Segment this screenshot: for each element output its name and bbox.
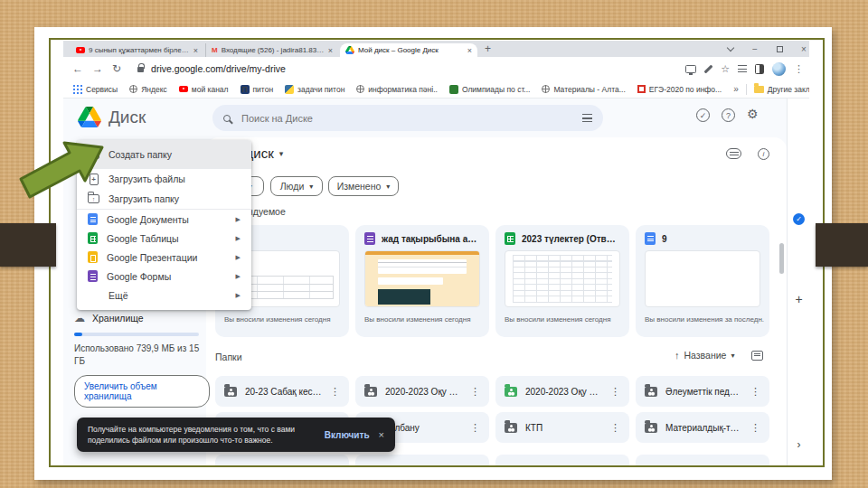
bookmarks-overflow-area: » Другие закладки xyxy=(733,84,809,95)
google-side-panel: ✓ + › xyxy=(787,99,809,465)
tab-youtube[interactable]: 9 сынып құжаттармен бірлесіп × xyxy=(71,43,203,57)
menu-item-google-docs[interactable]: Google Документы ▶ xyxy=(77,210,251,229)
layout-toggle-icon[interactable] xyxy=(726,148,741,159)
menu-item-google-sheets[interactable]: Google Таблицы ▶ xyxy=(77,229,251,248)
buy-storage-button[interactable]: Увеличить объем хранилища xyxy=(74,375,210,408)
list-layout-icon[interactable] xyxy=(751,351,763,361)
bookmark-yandex[interactable]: Яндекс xyxy=(129,85,167,94)
folder-chip[interactable] xyxy=(215,455,349,465)
submenu-arrow-icon: ▶ xyxy=(236,216,241,223)
search-filters-icon[interactable] xyxy=(582,114,592,122)
info-icon: i xyxy=(758,148,769,160)
toast-enable-button[interactable]: Включить xyxy=(325,430,370,440)
tab-close-icon[interactable]: × xyxy=(467,46,472,55)
forms-icon xyxy=(88,270,98,282)
tab-gmail[interactable]: M Входящие (526) - jadira81.8383@ × xyxy=(205,43,338,57)
bookmark-python[interactable]: Ппитон xyxy=(241,85,274,94)
more-options-icon[interactable]: ⋮ xyxy=(750,422,760,434)
folder-chip[interactable]: 2020-2023 Оқу ж... ⋮ xyxy=(495,376,629,407)
bookmark-python-tasks[interactable]: задачи питон xyxy=(285,85,344,94)
window-minimize-button[interactable]: − xyxy=(744,41,766,57)
more-options-icon[interactable]: ⋮ xyxy=(750,386,760,398)
browser-menu-icon[interactable]: ⋮ xyxy=(794,63,804,75)
tab-drive-active[interactable]: Мой диск – Google Диск × xyxy=(340,43,477,57)
more-options-icon[interactable]: ⋮ xyxy=(330,386,340,398)
folder-chip[interactable]: 2020-2023 Оқу ж... ⋮ xyxy=(355,376,489,407)
folder-chip[interactable] xyxy=(636,455,769,465)
window-close-button[interactable]: × xyxy=(793,41,809,57)
help-icon: ? xyxy=(722,108,735,122)
bookmark-olympiads[interactable]: Олимпиады по ст... xyxy=(449,85,531,94)
toast-text: Получайте на компьютере уведомления о то… xyxy=(88,424,303,446)
settings-gear-icon[interactable]: ⚙ xyxy=(747,107,759,121)
window-restore-button[interactable] xyxy=(769,41,790,57)
send-to-device-icon[interactable] xyxy=(685,65,696,73)
back-icon[interactable]: ← xyxy=(72,62,83,75)
tasks-icon[interactable]: ✓ xyxy=(793,213,805,225)
add-panel-app-icon[interactable]: + xyxy=(793,292,805,304)
folder-chip[interactable]: Материалдық-тех... ⋮ xyxy=(636,412,769,443)
bookmark-my-channel[interactable]: мой канал xyxy=(179,85,229,94)
search-input[interactable] xyxy=(240,112,573,125)
filter-chip-modified[interactable]: Изменено ▾ xyxy=(328,176,399,196)
browser-profile-avatar[interactable] xyxy=(772,62,786,76)
olympiad-site-icon xyxy=(449,85,458,94)
side-panel-icon[interactable] xyxy=(755,64,764,74)
folder-chip[interactable]: Әлеуметтік педаго... ⋮ xyxy=(636,376,769,407)
expand-panel-icon[interactable]: › xyxy=(793,438,805,450)
tab-search-icon[interactable] xyxy=(738,65,747,72)
file-card[interactable]: 2023 түлектер (Ответы) Вы вносили измене… xyxy=(495,225,629,337)
bookmark-services[interactable]: Сервисы xyxy=(72,84,118,94)
menu-item-google-forms[interactable]: Google Формы ▶ xyxy=(77,267,251,286)
more-options-icon[interactable]: ⋮ xyxy=(610,386,620,398)
drive-search-bar[interactable] xyxy=(212,105,603,131)
address-bar: ← → ↻ drive.google.com/drive/my-drive ☆ … xyxy=(63,57,809,80)
cloud-icon: ☁ xyxy=(74,312,85,324)
tab-close-icon[interactable]: × xyxy=(328,46,333,55)
folder-chip[interactable] xyxy=(495,455,629,465)
globe-icon xyxy=(542,85,550,93)
folder-chip[interactable]: КТП ⋮ xyxy=(495,412,629,443)
folder-icon-green xyxy=(505,387,517,397)
sort-arrow-up-icon: ↑ xyxy=(675,350,680,361)
content-scrollbar[interactable] xyxy=(779,243,784,274)
browser-window: 9 сынып құжаттармен бірлесіп × M Входящи… xyxy=(63,41,809,465)
folder-chip[interactable]: 20-23 Сабақ кест... ⋮ xyxy=(215,376,349,407)
chevron-down-icon xyxy=(727,43,734,51)
file-card[interactable]: жад тақырыбына арна... Вы вносили измене… xyxy=(355,225,489,337)
offline-status-button[interactable]: ✓ xyxy=(696,108,710,122)
bookmarks-overflow-icon[interactable]: » xyxy=(733,84,739,94)
filter-chip-people[interactable]: Люди ▾ xyxy=(270,176,323,196)
reload-icon[interactable]: ↻ xyxy=(112,62,121,75)
bookmark-materials[interactable]: Материалы - Алта... xyxy=(542,85,625,94)
help-button[interactable]: ? xyxy=(722,108,735,122)
ege-site-icon xyxy=(637,85,646,93)
sort-control[interactable]: ↑ Название ▾ xyxy=(675,350,763,361)
folders-section-label: Папки xyxy=(215,352,242,362)
chevron-down-icon: ▾ xyxy=(386,183,390,191)
bookmark-ege[interactable]: ЕГЭ-2020 по инфо... xyxy=(637,85,722,94)
more-options-icon[interactable]: ⋮ xyxy=(470,386,480,398)
details-info-button[interactable]: i xyxy=(758,148,769,160)
menu-item-more[interactable]: Ещё ▶ xyxy=(77,286,251,305)
folder-chip[interactable] xyxy=(355,455,489,465)
folder-icon xyxy=(645,423,657,433)
window-dropdown-button[interactable] xyxy=(720,41,741,57)
toast-close-icon[interactable]: × xyxy=(379,429,384,440)
new-tab-button[interactable]: + xyxy=(485,42,491,55)
other-bookmarks-button[interactable]: Другие закладки xyxy=(754,85,809,94)
menu-item-google-slides[interactable]: Google Презентации ▶ xyxy=(77,248,251,267)
submenu-arrow-icon: ▶ xyxy=(236,235,241,242)
edit-icon[interactable] xyxy=(704,65,712,73)
address-bar-url[interactable]: drive.google.com/drive/my-drive xyxy=(151,63,286,74)
file-card[interactable]: 9 Вы вносили изменения за последн... xyxy=(636,225,769,337)
check-circle-icon: ✓ xyxy=(696,108,710,122)
bookmark-informatics[interactable]: информатика пәні.. xyxy=(356,85,438,94)
bookmark-star-icon[interactable]: ☆ xyxy=(721,63,730,75)
tab-close-icon[interactable]: × xyxy=(193,46,198,55)
chevron-down-icon: ▾ xyxy=(731,352,734,360)
more-options-icon[interactable]: ⋮ xyxy=(470,422,480,434)
folder-icon xyxy=(505,423,517,433)
forward-icon[interactable]: → xyxy=(92,62,103,75)
more-options-icon[interactable]: ⋮ xyxy=(610,422,620,434)
